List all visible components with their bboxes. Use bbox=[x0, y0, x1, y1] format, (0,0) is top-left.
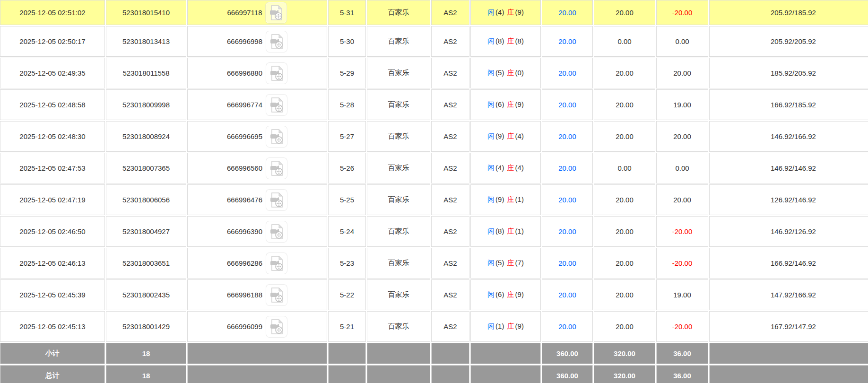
summary-bet: 360.00 bbox=[556, 349, 578, 357]
balance-cell: 166.92/146.92 bbox=[709, 248, 868, 279]
table-name: AS2 bbox=[443, 322, 457, 331]
banker-score: (4) bbox=[515, 132, 524, 140]
video-replay-button[interactable] bbox=[266, 284, 287, 306]
order-no: 523018003651 bbox=[122, 259, 170, 267]
bet-amount: 20.00 bbox=[558, 69, 576, 77]
record-row[interactable]: 2025-12-05 02:48:58523018009998666996774… bbox=[0, 89, 868, 120]
bet-amount: 20.00 bbox=[558, 37, 576, 45]
banker-score: (9) bbox=[515, 8, 524, 16]
bet-time: 2025-12-05 02:48:30 bbox=[19, 132, 85, 140]
win-loss-cell: -20.00 bbox=[656, 248, 708, 279]
record-row[interactable]: 2025-12-05 02:50:17523018013413666996998… bbox=[0, 26, 868, 57]
summary-bet-cell: 360.00 bbox=[542, 343, 593, 364]
valid-amount-cell: 20.00 bbox=[594, 184, 655, 215]
player-label: 闲 bbox=[487, 100, 495, 108]
bet-time-cell: 2025-12-05 02:45:13 bbox=[0, 311, 105, 342]
summary-label: 总计 bbox=[45, 371, 60, 379]
bet-time: 2025-12-05 02:46:50 bbox=[19, 227, 85, 235]
banker-label: 庄 bbox=[507, 8, 515, 16]
video-replay-button[interactable] bbox=[266, 94, 287, 116]
balance-cell: 185.92/205.92 bbox=[709, 58, 868, 88]
summary-bet: 360.00 bbox=[556, 372, 578, 380]
video-replay-button[interactable] bbox=[266, 62, 287, 84]
video-replay-button[interactable] bbox=[266, 126, 287, 148]
summary-empty-balance bbox=[709, 365, 868, 383]
game-no: 666997118 bbox=[227, 9, 262, 17]
summary-winloss: 36.00 bbox=[673, 372, 691, 380]
banker-label: 庄 bbox=[507, 259, 515, 267]
video-record-icon bbox=[269, 97, 285, 113]
valid-amount: 20.00 bbox=[616, 227, 634, 235]
balance: 167.92/147.92 bbox=[771, 322, 816, 331]
player-label: 闲 bbox=[487, 259, 495, 267]
table-name-cell: AS2 bbox=[431, 0, 469, 25]
record-row[interactable]: 2025-12-05 02:49:35523018011558666996880… bbox=[0, 58, 868, 88]
win-loss: 0.00 bbox=[675, 164, 689, 172]
order-no: 523018006056 bbox=[122, 196, 170, 204]
result-cell: 闲(8) 庄(8) bbox=[470, 26, 541, 57]
summary-empty-gameno bbox=[187, 343, 327, 364]
balance-cell: 166.92/185.92 bbox=[709, 89, 868, 120]
bet-time-cell: 2025-12-05 02:47:19 bbox=[0, 184, 105, 215]
record-row[interactable]: 2025-12-05 02:46:50523018004927666996390… bbox=[0, 216, 868, 247]
bet-amount-cell: 20.00 bbox=[542, 121, 593, 152]
video-replay-button[interactable] bbox=[266, 252, 287, 274]
video-replay-button[interactable] bbox=[266, 189, 287, 211]
balance-cell: 146.92/166.92 bbox=[709, 121, 868, 152]
record-row[interactable]: 2025-12-05 02:47:53523018007365666996560… bbox=[0, 153, 868, 183]
game-no-cell: 666996286 bbox=[187, 248, 327, 279]
game-type: 百家乐 bbox=[388, 195, 409, 203]
order-no-cell: 523018007365 bbox=[106, 153, 186, 183]
round-cell: 5-25 bbox=[328, 184, 366, 215]
summary-count-cell: 18 bbox=[106, 343, 186, 364]
record-row[interactable]: 2025-12-05 02:45:13523018001429666996099… bbox=[0, 311, 868, 342]
valid-amount: 20.00 bbox=[616, 132, 634, 140]
bet-time-cell: 2025-12-05 02:48:58 bbox=[0, 89, 105, 120]
valid-amount: 20.00 bbox=[616, 69, 634, 77]
valid-amount: 20.00 bbox=[616, 259, 634, 267]
summary-label-cell: 小计 bbox=[0, 343, 105, 364]
player-label: 闲 bbox=[487, 132, 495, 140]
game-no: 666996390 bbox=[227, 227, 262, 235]
video-replay-button[interactable] bbox=[266, 316, 287, 338]
valid-amount-cell: 20.00 bbox=[594, 216, 655, 247]
round-number: 5-30 bbox=[340, 37, 354, 45]
valid-amount-cell: 20.00 bbox=[594, 89, 655, 120]
video-replay-button[interactable] bbox=[266, 221, 287, 243]
result-cell: 闲(9) 庄(1) bbox=[470, 184, 541, 215]
game-no-group: 666996099 bbox=[189, 316, 326, 338]
round-cell: 5-27 bbox=[328, 121, 366, 152]
video-replay-button[interactable] bbox=[266, 31, 287, 52]
game-no: 666996774 bbox=[227, 101, 262, 109]
game-no-group: 666996998 bbox=[189, 31, 326, 52]
record-row[interactable]: 2025-12-05 02:51:02523018015410666997118… bbox=[0, 0, 868, 25]
player-score: (4) bbox=[495, 164, 504, 172]
summary-empty-game bbox=[367, 343, 430, 364]
round-number: 5-31 bbox=[340, 9, 354, 17]
summary-empty-balance bbox=[709, 343, 868, 364]
round-cell: 5-21 bbox=[328, 311, 366, 342]
record-row[interactable]: 2025-12-05 02:48:30523018008924666996695… bbox=[0, 121, 868, 152]
round-cell: 5-31 bbox=[328, 0, 366, 25]
bet-time: 2025-12-05 02:45:39 bbox=[19, 291, 85, 299]
bet-amount: 20.00 bbox=[558, 259, 576, 267]
order-no-cell: 523018013413 bbox=[106, 26, 186, 57]
summary-empty-game bbox=[367, 365, 430, 383]
player-score: (6) bbox=[495, 100, 504, 108]
bet-amount: 20.00 bbox=[558, 164, 576, 172]
win-loss: 0.00 bbox=[675, 37, 689, 45]
video-replay-button[interactable] bbox=[265, 2, 287, 24]
game-type-cell: 百家乐 bbox=[367, 311, 430, 342]
record-row[interactable]: 2025-12-05 02:46:13523018003651666996286… bbox=[0, 248, 868, 279]
player-score: (1) bbox=[495, 322, 504, 330]
summary-winloss: 36.00 bbox=[673, 349, 691, 357]
game-type-cell: 百家乐 bbox=[367, 279, 430, 310]
record-row[interactable]: 2025-12-05 02:45:39523018002435666996188… bbox=[0, 279, 868, 310]
game-type-cell: 百家乐 bbox=[367, 26, 430, 57]
balance: 126.92/146.92 bbox=[771, 196, 816, 204]
video-replay-button[interactable] bbox=[266, 157, 287, 179]
bet-time: 2025-12-05 02:50:17 bbox=[19, 37, 85, 45]
summary-count: 18 bbox=[142, 349, 150, 357]
game-no-cell: 666996695 bbox=[187, 121, 327, 152]
record-row[interactable]: 2025-12-05 02:47:19523018006056666996476… bbox=[0, 184, 868, 215]
